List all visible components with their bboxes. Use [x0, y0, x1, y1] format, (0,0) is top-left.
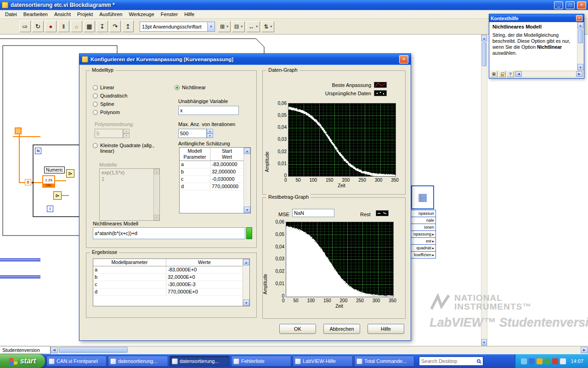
nl-modell-input[interactable] [93, 227, 245, 239]
palette-item[interactable]: nale ▸ [410, 217, 436, 224]
cancel-button[interactable]: Abbrechen [323, 324, 360, 334]
palette-item[interactable]: npassung ▸ [410, 230, 436, 238]
ok-button[interactable]: OK [279, 324, 316, 334]
horizontal-scrollbar[interactable]: ◀ ▶ [51, 346, 588, 354]
font-selector[interactable]: 13pt Anwendungsschriftart ▼ [140, 22, 215, 32]
lock-help-icon[interactable] [498, 71, 506, 77]
resize-objects-icon[interactable]: ↔▼ [246, 21, 260, 32]
pause-icon[interactable]: ‖ [58, 21, 69, 32]
menu-item[interactable]: Bearbeiten [20, 11, 51, 18]
for-loop-iteration-terminal[interactable]: i [47, 206, 53, 212]
palette-item[interactable]: ionen ▸ [410, 224, 436, 231]
run-icon[interactable]: ⇨ [19, 21, 31, 32]
tray-security-icon[interactable] [544, 358, 550, 364]
taskbar-button[interactable]: datensortierung... [108, 356, 168, 367]
search-input[interactable] [419, 358, 475, 364]
close-icon[interactable]: × [577, 1, 586, 9]
scroll-right-icon[interactable]: ▶ [581, 347, 588, 353]
scroll-up-icon[interactable]: ▲ [577, 22, 583, 29]
for-loop-count-terminal[interactable]: N [35, 148, 41, 154]
table-row[interactable]: c -30,0000E-3 [93, 281, 243, 288]
function-node-icon[interactable]: ⊳ [53, 191, 62, 200]
step-over-icon[interactable]: ↷ [109, 21, 121, 32]
search-box[interactable] [419, 356, 483, 366]
tray-alert-icon[interactable] [552, 358, 558, 364]
increment-icon[interactable]: ▲ [207, 129, 213, 133]
scroll-up-icon[interactable]: ▲ [481, 35, 487, 41]
palette-category-icon[interactable]: ▦ [411, 185, 434, 209]
variable-input[interactable] [178, 106, 239, 115]
numeric-constant[interactable]: 0▸ [25, 179, 31, 185]
horizontal-scrollbar[interactable]: ◀ ▶ [515, 71, 583, 77]
scrollbar-thumb[interactable] [59, 347, 128, 353]
taskbar-button[interactable]: datensortierung... [170, 356, 230, 367]
table-row[interactable]: b 32,0000E+0 [93, 274, 243, 281]
scrollbar-track[interactable] [243, 265, 249, 299]
palette-item[interactable]: koeffizien ▸ [410, 251, 436, 259]
best-fit-legend-icon[interactable] [374, 82, 387, 88]
original-data-legend-icon[interactable] [374, 90, 387, 96]
scroll-left-icon[interactable]: ◀ [51, 347, 58, 353]
scroll-up-icon[interactable]: ▲ [243, 259, 249, 265]
scroll-up-icon[interactable]: ▲ [244, 148, 250, 154]
menu-item[interactable]: Fenster [158, 11, 181, 18]
tray-display-icon[interactable] [521, 358, 527, 364]
distribute-objects-icon[interactable]: ⊟▼ [232, 21, 245, 32]
iterationen-stepper[interactable]: ▲▼ [178, 129, 213, 138]
search-icon[interactable] [475, 357, 483, 365]
tray-volume-icon[interactable] [560, 358, 566, 364]
reorder-objects-icon[interactable]: ⇅▼ [261, 21, 274, 32]
table-row[interactable]: b 32,000000 [180, 168, 243, 176]
scroll-right-icon[interactable]: ▶ [576, 71, 582, 77]
iterationen-input[interactable] [178, 129, 207, 138]
highlight-execution-icon[interactable]: ☼ [71, 21, 82, 32]
run-continuous-icon[interactable]: ↻ [32, 21, 44, 32]
step-out-icon[interactable]: ↥ [122, 21, 134, 32]
maximize-icon[interactable]: □ [565, 1, 575, 9]
scrollbar-track[interactable] [244, 154, 250, 207]
radio-spline[interactable]: Spline [93, 101, 114, 107]
detailed-help-icon[interactable]: ? [507, 71, 514, 77]
show-optional-terminals-icon[interactable]: ⊞ [490, 71, 498, 77]
numeric-node-label[interactable]: Numeric [44, 167, 65, 173]
stepper-buttons[interactable]: ▲▼ [207, 129, 213, 138]
function-node-icon[interactable]: ⊳ [66, 169, 74, 178]
scroll-down-icon[interactable]: ▼ [481, 339, 487, 345]
radio-linear[interactable]: Linear [93, 85, 114, 90]
step-into-icon[interactable]: ↧ [96, 21, 108, 32]
help-button[interactable]: Hilfe [368, 324, 404, 334]
radio-quadratisch[interactable]: Quadratisch [93, 93, 127, 98]
scroll-down-icon[interactable]: ▼ [244, 207, 250, 213]
decrement-icon[interactable]: ▼ [207, 133, 213, 138]
scroll-left-icon[interactable]: ◀ [515, 71, 522, 77]
taskbar-button[interactable]: LabVIEW-Hilfe [293, 356, 353, 367]
retain-wire-values-icon[interactable]: ▦ [84, 21, 95, 32]
radio-polynom[interactable]: Polynom [93, 109, 120, 115]
abort-icon[interactable]: ● [45, 21, 57, 32]
scrollbar-thumb[interactable] [578, 29, 583, 43]
vertical-scrollbar[interactable]: ▲ ▼ [577, 22, 583, 70]
table-row[interactable]: a -83,0000E+0 [93, 266, 243, 274]
table-scrollbar[interactable]: ▲ ▼ [243, 148, 250, 213]
scroll-down-icon[interactable]: ▼ [577, 64, 583, 70]
scrollbar-thumb[interactable] [482, 42, 486, 66]
start-button[interactable]: start [0, 354, 45, 368]
radio-kleinste-quadrate[interactable]: Kleinste Quadrate (allg., linear) [93, 143, 162, 154]
table-row[interactable]: a -83,000000 [180, 161, 243, 168]
palette-item[interactable]: est ▸ [410, 237, 436, 245]
menu-item[interactable]: Datei [2, 11, 20, 18]
taskbar-button[interactable]: Fehlerliste [231, 356, 291, 367]
palette-item[interactable]: quadrati ▸ [410, 244, 436, 252]
menu-item[interactable]: Ansicht [51, 11, 74, 18]
radio-nichtlinear[interactable]: Nichtlinear [175, 85, 206, 90]
scrollbar-track[interactable] [577, 29, 583, 64]
palette-item[interactable]: npassun ▸ [410, 210, 436, 217]
menu-item[interactable]: Hilfe [181, 11, 198, 18]
tray-network-icon[interactable] [529, 358, 535, 364]
align-objects-icon[interactable]: ⊞▼ [218, 21, 231, 32]
close-icon[interactable]: × [399, 55, 408, 63]
chevron-down-icon[interactable]: ▼ [207, 22, 215, 31]
close-icon[interactable]: × [576, 15, 582, 21]
table-scrollbar[interactable]: ▲ ▼ [243, 259, 249, 306]
menu-item[interactable]: Ausführen [96, 11, 125, 18]
